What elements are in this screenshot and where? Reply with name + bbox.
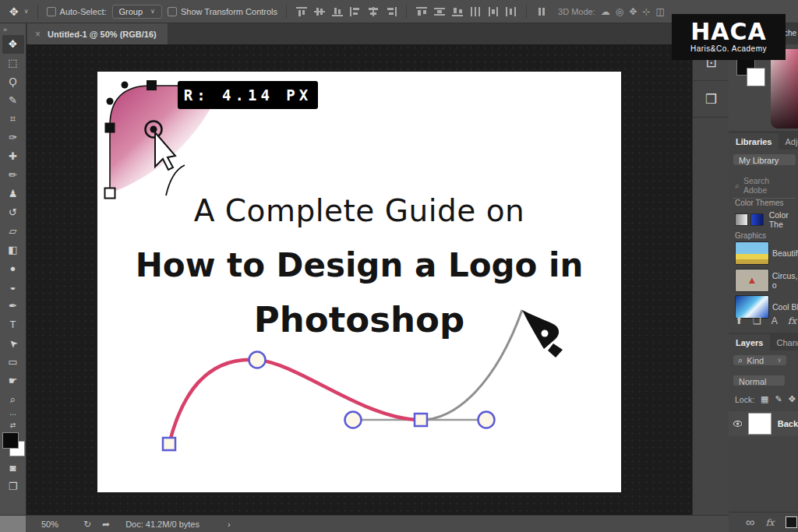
quick-selection-tool[interactable]: ✎ (2, 91, 24, 110)
distribute-spacing-button[interactable] (535, 6, 548, 17)
document-tab-title: Untitled-1 @ 50% (RGB/16) (48, 30, 157, 39)
eyedropper-tool[interactable]: ✑ (2, 129, 24, 147)
link-layers-icon[interactable]: ∞ (746, 516, 754, 530)
color-themes-header: Color Themes (735, 199, 798, 207)
align-horizontal-center-button[interactable] (367, 6, 380, 17)
canvas-viewport[interactable]: R: 4.14 PX A Complete Guide on How to De… (26, 44, 692, 516)
pen-tool[interactable]: ✒ (2, 297, 24, 315)
library-graphic-item[interactable]: Beautiful (735, 241, 798, 265)
preview-status-icon[interactable]: ↻ (83, 519, 91, 530)
tab-adjustments[interactable]: Adju (779, 133, 798, 150)
circus-thumbnail[interactable]: ▲ (735, 269, 769, 292)
lock-position-icon[interactable]: ✥ (789, 394, 796, 404)
3d-orbit-icon[interactable]: ☁ (601, 6, 610, 17)
hand-tool[interactable]: ☛ (2, 372, 24, 390)
graphic-label: Circus, o (772, 271, 798, 290)
foreground-background-swatches[interactable] (2, 432, 25, 457)
status-options-chevron[interactable]: › (228, 520, 231, 529)
lasso-tool[interactable]: Ϙ (2, 72, 24, 91)
distribute-vertical-center-button[interactable] (433, 6, 446, 17)
heading-line-1: A Complete Guide on (97, 193, 621, 228)
align-bottom-button[interactable] (331, 6, 344, 17)
foreground-color-swatch[interactable] (2, 432, 19, 449)
checkbox-icon[interactable] (47, 7, 56, 16)
tab-libraries[interactable]: Libraries (729, 133, 779, 150)
crop-tool[interactable]: ⌗ (2, 110, 24, 129)
library-graphic-item[interactable]: ▲ Circus, o (735, 269, 798, 292)
document-canvas[interactable]: R: 4.14 PX A Complete Guide on How to De… (97, 72, 621, 492)
3d-slide-icon[interactable]: ⊹ (642, 6, 650, 17)
layer-mask-icon[interactable] (786, 516, 797, 528)
layer-row-background[interactable]: Back (729, 411, 798, 436)
add-type-icon[interactable]: A (772, 315, 778, 326)
add-effect-icon[interactable]: fx (788, 315, 796, 326)
layer-thumbnail[interactable] (748, 413, 771, 435)
layer-filter-dropdown[interactable]: ⌕ Kind ∨ (733, 355, 786, 365)
tool-preset-chevron-icon[interactable]: ∨ (24, 8, 29, 15)
show-transform-checkbox[interactable]: Show Transform Controls (168, 7, 277, 16)
saturation-brightness-field[interactable] (771, 49, 798, 129)
align-top-button[interactable] (295, 6, 308, 17)
status-bar: 50% ↻ ➦ Doc: 41.2M/0 bytes › (0, 515, 729, 532)
rectangular-marquee-tool[interactable]: ⬚ (2, 54, 24, 72)
export-icon[interactable]: ➦ (102, 519, 110, 530)
zoom-level-field[interactable]: 50% (41, 520, 58, 529)
checkbox-icon[interactable] (168, 7, 177, 16)
distribute-top-button[interactable] (415, 6, 428, 17)
pen-nib-slit (548, 344, 563, 358)
swap-colors-icon[interactable]: ⇄ (10, 420, 16, 431)
library-select-dropdown[interactable]: My Library (733, 154, 796, 165)
zoom-tool[interactable]: ⌕ (2, 390, 24, 409)
upload-icon[interactable]: ⬆ (735, 315, 743, 326)
landscape-thumbnail[interactable] (735, 241, 769, 265)
quick-mask-button[interactable]: ◙ (2, 459, 24, 477)
bezier-anchor-middle (415, 414, 427, 426)
color-theme-item[interactable]: Color The (735, 210, 798, 229)
collapse-toolbar-icon[interactable]: » (0, 23, 8, 35)
add-graphic-icon[interactable]: ❏ (753, 315, 761, 326)
tab-layers[interactable]: Layers (729, 334, 770, 351)
blur-tool[interactable]: ● (2, 259, 24, 278)
gradient-tool[interactable]: ◧ (2, 241, 24, 259)
align-left-button[interactable] (349, 6, 362, 17)
distribute-right-button[interactable] (505, 6, 517, 17)
library-search-field[interactable]: ⌕ Search Adobe (733, 174, 796, 199)
auto-select-target-dropdown[interactable]: Group ∨ (112, 5, 162, 19)
screen-mode-button[interactable]: ❐ (2, 477, 24, 496)
3d-camera-icon[interactable]: ◫ (655, 6, 664, 17)
close-tab-icon[interactable]: × (35, 29, 41, 40)
3d-pan-icon[interactable]: ✥ (629, 6, 637, 17)
distribute-left-button[interactable] (469, 6, 482, 17)
lock-transparency-icon[interactable]: ▦ (761, 394, 768, 404)
blend-mode-dropdown[interactable]: Normal (733, 375, 785, 386)
3d-roll-icon[interactable]: ◎ (616, 6, 623, 17)
divider (526, 5, 527, 19)
dodge-tool[interactable]: ◒ (2, 278, 24, 297)
tab-channels[interactable]: Channe (770, 334, 798, 351)
visibility-eye-icon[interactable] (733, 420, 742, 428)
align-right-button[interactable] (385, 6, 397, 17)
brush-tool[interactable]: ✏ (2, 166, 24, 185)
artboards-panel-icon[interactable]: ❒ (693, 81, 729, 118)
libraries-tab-bar: Libraries Adju (729, 131, 798, 150)
eraser-tool[interactable]: ▱ (2, 222, 24, 241)
auto-select-label: Auto-Select: (60, 7, 107, 16)
panel-tab-fragment[interactable]: che (784, 29, 796, 37)
layer-style-icon[interactable]: fx (765, 517, 774, 528)
move-tool[interactable]: ✥ (2, 35, 24, 54)
clone-stamp-tool[interactable]: ♟ (2, 185, 24, 203)
bezier-control-right (478, 412, 495, 428)
document-tab[interactable]: × Untitled-1 @ 50% (RGB/16) (27, 23, 168, 44)
path-control-dot (122, 82, 129, 89)
align-vertical-center-button[interactable] (313, 6, 326, 17)
distribute-bottom-button[interactable] (451, 6, 464, 17)
auto-select-checkbox[interactable]: Auto-Select: (47, 7, 107, 16)
healing-brush-tool[interactable]: ✚ (2, 147, 24, 166)
document-size-info: Doc: 41.2M/0 bytes (125, 520, 200, 529)
panel-color-swatches[interactable] (736, 57, 775, 104)
background-color-swatch[interactable] (747, 68, 765, 86)
distribute-horizontal-center-button[interactable] (487, 6, 500, 17)
history-brush-tool[interactable]: ↺ (2, 203, 24, 222)
edit-toolbar-icon[interactable]: ⋯ (9, 409, 16, 420)
lock-pixels-icon[interactable]: ✎ (775, 394, 782, 404)
